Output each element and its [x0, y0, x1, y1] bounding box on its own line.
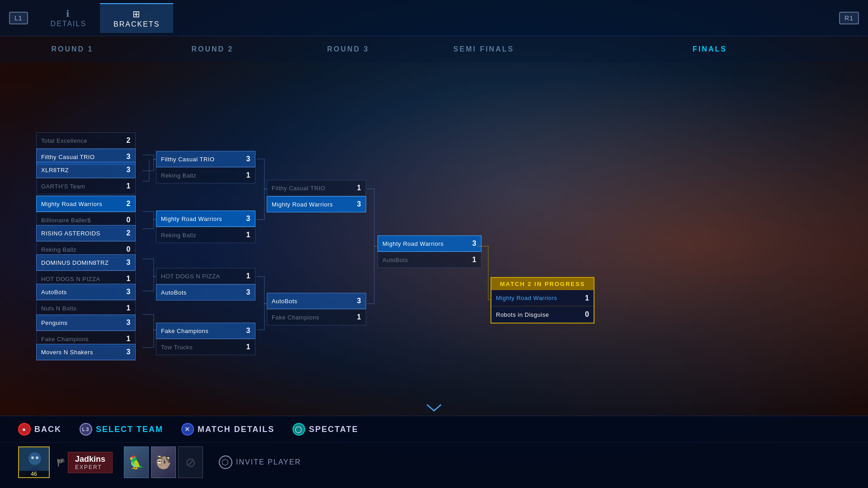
invite-icon: ⬡: [219, 455, 232, 469]
spectate-button[interactable]: ◯ SPECTATE: [292, 423, 358, 436]
player-level: 46: [19, 471, 49, 477]
r2m3-team2[interactable]: AutoBots 3: [156, 284, 255, 300]
r1-match5: DOMINUS DOMIN8TRZ 3 HOT DOGS N PIZZA 1: [36, 254, 136, 287]
r1-match2: XLR8TRZ 3 GARTH'S Team 1: [36, 162, 136, 194]
r1-match4: RISING ASTEROIDS 2 Reking Ballz 0: [36, 225, 136, 258]
player-rank: EXPERT: [75, 464, 105, 470]
l1-button[interactable]: L1: [9, 12, 28, 24]
match-details-button[interactable]: ✕ MATCH DETAILS: [181, 423, 274, 436]
sfm1-team1[interactable]: Mighty Road Warriors 3: [377, 235, 481, 252]
semifinals-label: SEMI FINALS: [453, 45, 514, 53]
r1m2-team2[interactable]: GARTH'S Team 1: [36, 178, 136, 194]
svg-point-3: [31, 456, 34, 459]
r2-match1: Filthy Casual TRIO 3 Reking Ballz 1: [156, 151, 255, 183]
r1-button[interactable]: R1: [839, 12, 859, 24]
invite-player-button[interactable]: ⬡ INVITE PLAYER: [219, 455, 301, 469]
svg-point-4: [36, 456, 38, 459]
player-info: Jadkins EXPERT: [68, 452, 113, 473]
player-card-2: 🦥: [151, 446, 176, 478]
nav-tabs: ℹ DETAILS ⊞ BRACKETS: [37, 3, 174, 33]
round1-label: ROUND 1: [51, 45, 93, 53]
sf-match1: Mighty Road Warriors 3 AutoBots 1: [377, 235, 481, 268]
r2m2-team1[interactable]: Mighty Road Warriors 3: [156, 211, 255, 227]
finals-team2[interactable]: Robots in Disguise 0: [491, 306, 594, 323]
r1m3-team1[interactable]: Mighty Road Warriors 2: [36, 196, 136, 212]
r1m6-team1[interactable]: AutoBots 3: [36, 284, 136, 300]
bottom-nav: ● BACK L3 SELECT TEAM ✕ MATCH DETAILS ◯ …: [0, 416, 868, 488]
r2-match3: HOT DOGS N PIZZA 1 AutoBots 3: [156, 268, 255, 300]
finals-box: MATCH 2 IN PROGRESS Mighty Road Warriors…: [491, 277, 594, 324]
r3-match2: AutoBots 3 Fake Champions 1: [267, 293, 366, 325]
r3m1-team1[interactable]: Filthy Casual TRIO 1: [267, 180, 366, 196]
round2-label: ROUND 2: [191, 45, 233, 53]
r1-match7: Penguins 3 Fake Champions 1: [36, 314, 136, 347]
rounds-header: ROUND 1 ROUND 2 ROUND 3 SEMI FINALS FINA…: [0, 36, 868, 62]
r1m6-team2[interactable]: Nuts N Bolts 1: [36, 300, 136, 316]
r3m2-team2[interactable]: Fake Champions 1: [267, 309, 366, 325]
r2m1-team2[interactable]: Reking Ballz 1: [156, 167, 255, 183]
r3-match1: Filthy Casual TRIO 1 Mighty Road Warrior…: [267, 180, 366, 212]
round3-label: ROUND 3: [327, 45, 369, 53]
r2m3-team1[interactable]: HOT DOGS N PIZZA 1: [156, 268, 255, 284]
player-name: Jadkins: [75, 455, 105, 464]
r1-match6: AutoBots 3 Nuts N Bolts 1: [36, 284, 136, 316]
spectate-icon: ◯: [292, 423, 305, 436]
r2-match4: Fake Champions 3 Tow Trucks 1: [156, 323, 255, 355]
details-icon: ℹ: [51, 8, 87, 19]
r1m2-team1[interactable]: XLR8TRZ 3: [36, 162, 136, 178]
tab-brackets[interactable]: ⊞ BRACKETS: [100, 3, 173, 33]
player-bar: 46 🏴 Jadkins EXPERT 🦜 🦥 ⊘ ⬡: [0, 443, 868, 482]
player-card-empty: ⊘: [178, 446, 203, 478]
r1m8-team1[interactable]: Movers N Shakers 3: [36, 344, 136, 360]
r2m1-team1[interactable]: Filthy Casual TRIO 3: [156, 151, 255, 167]
svg-point-1: [28, 452, 41, 465]
r1m7-team1[interactable]: Penguins 3: [36, 314, 136, 331]
r3m1-team2[interactable]: Mighty Road Warriors 3: [267, 196, 366, 212]
action-bar: ● BACK L3 SELECT TEAM ✕ MATCH DETAILS ◯ …: [0, 416, 868, 443]
sfm1-team2[interactable]: AutoBots 1: [377, 252, 481, 268]
r1-match8: Movers N Shakers 3 Tow Trucks 1: [36, 344, 136, 361]
select-team-icon: L3: [80, 423, 92, 436]
r1m8-team2[interactable]: Tow Trucks 1: [36, 360, 136, 361]
player-card-1: 🦜: [124, 446, 149, 478]
r2m2-team2[interactable]: Reking Ballz 1: [156, 227, 255, 243]
r1m1-team1[interactable]: Total Excellence 2: [36, 132, 136, 149]
finals-header: MATCH 2 IN PROGRESS: [491, 278, 594, 290]
r2m4-team1[interactable]: Fake Champions 3: [156, 323, 255, 339]
header: L1 ℹ DETAILS ⊞ BRACKETS R1: [0, 0, 868, 36]
select-team-button[interactable]: L3 SELECT TEAM: [80, 423, 163, 436]
tab-details[interactable]: ℹ DETAILS: [37, 4, 100, 33]
r3m2-team1[interactable]: AutoBots 3: [267, 293, 366, 309]
finals-team1[interactable]: Mighty Road Warriors 1: [491, 290, 594, 306]
r1-match1: Total Excellence 2 Filthy Casual TRIO 3: [36, 132, 136, 165]
finals-label: FINALS: [693, 45, 727, 53]
r1m5-team1[interactable]: DOMINUS DOMIN8TRZ 3: [36, 254, 136, 271]
r1m4-team1[interactable]: RISING ASTEROIDS 2: [36, 225, 136, 241]
brackets-icon: ⊞: [113, 9, 160, 19]
r1-match3: Mighty Road Warriors 2 Billionaire Balle…: [36, 196, 136, 228]
scroll-indicator: [425, 403, 443, 413]
match-details-icon: ✕: [181, 423, 194, 436]
r2-match2: Mighty Road Warriors 3 Reking Ballz 1: [156, 211, 255, 243]
back-icon: ●: [18, 423, 31, 436]
bracket-container: Total Excellence 2 Filthy Casual TRIO 3 …: [0, 62, 868, 361]
player-avatar: 46: [18, 446, 50, 478]
player-flag-icon: 🏴: [57, 458, 66, 467]
r2m4-team2[interactable]: Tow Trucks 1: [156, 339, 255, 355]
back-button[interactable]: ● BACK: [18, 423, 61, 436]
